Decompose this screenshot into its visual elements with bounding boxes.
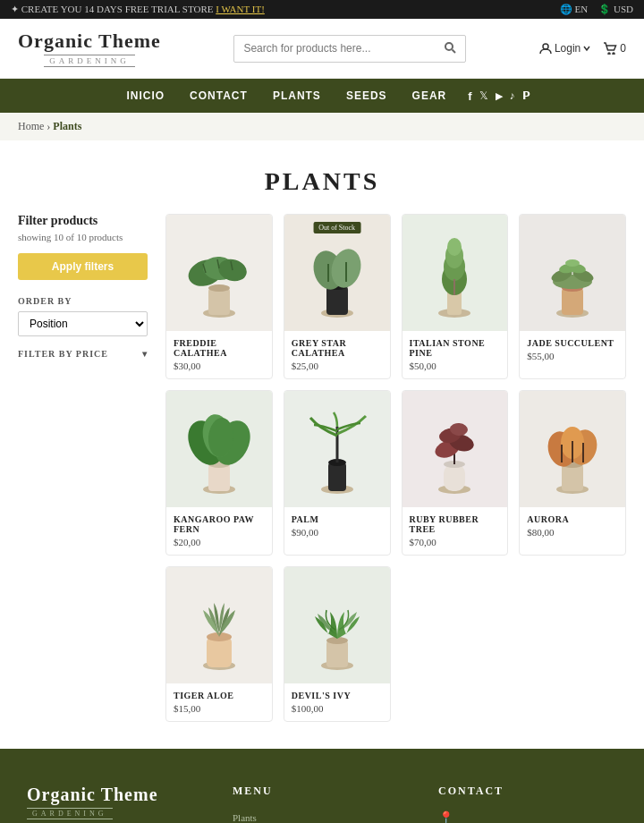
- footer-menu: MENU Plants Gear Seeds All Products: [233, 785, 411, 823]
- content-area: Filter products showing 10 of 10 product…: [0, 205, 644, 749]
- search-button[interactable]: [435, 36, 465, 62]
- youtube-icon[interactable]: ▶: [496, 90, 503, 102]
- product-price-7: $70,00: [410, 537, 501, 547]
- cart-count: 0: [620, 42, 626, 55]
- svg-point-71: [326, 637, 348, 644]
- product-image-3: [402, 215, 508, 331]
- product-image-5: [166, 391, 272, 507]
- product-card-6[interactable]: PALM $90,00: [284, 390, 391, 556]
- top-bar: ✦ CREATE YOU 14 DAYS FREE TRIAL STORE I …: [0, 0, 644, 19]
- product-name-4: JADE SUCCULENT: [527, 338, 618, 348]
- product-image-6: [284, 391, 390, 507]
- svg-rect-46: [328, 462, 346, 491]
- currency-selector[interactable]: 💲 USD: [598, 4, 633, 15]
- svg-rect-70: [326, 641, 348, 667]
- facebook-icon[interactable]: f: [468, 89, 471, 103]
- search-input[interactable]: [234, 37, 435, 60]
- filter-by-price[interactable]: FILTER BY PRICE ▾: [18, 349, 148, 359]
- product-name-5: KANGAROO PAW FERN: [174, 514, 265, 534]
- product-card-1[interactable]: FREDDIE CALATHEA $30,00: [165, 214, 273, 379]
- svg-point-37: [565, 259, 580, 267]
- product-price-4: $55,00: [527, 351, 618, 361]
- breadcrumb-home[interactable]: Home: [18, 120, 44, 132]
- footer-link-plants[interactable]: Plants: [233, 812, 257, 823]
- page-title: PLANTS: [0, 140, 644, 205]
- search-icon: [444, 41, 456, 54]
- cart-button[interactable]: 0: [603, 42, 626, 55]
- product-card-3[interactable]: ITALIAN STONE PINE $50,00: [402, 214, 509, 379]
- nav-gear[interactable]: GEAR: [400, 79, 460, 113]
- product-card-8[interactable]: AURORA $80,00: [519, 390, 626, 556]
- footer-logo-sub: GARDENING: [27, 808, 113, 819]
- product-name-8: AURORA: [527, 514, 618, 524]
- product-card-5[interactable]: KANGAROO PAW FERN $20,00: [165, 390, 273, 556]
- header-icons: Login 0: [539, 42, 626, 55]
- footer: Organic Theme GARDENING Welcome to our d…: [0, 749, 644, 823]
- logo-subtitle: GARDENING: [44, 55, 135, 67]
- product-card-10[interactable]: DEVIL'S IVY $100,00: [284, 566, 391, 722]
- login-button[interactable]: Login: [539, 42, 590, 55]
- filter-title: Filter products: [18, 214, 148, 228]
- product-price-9: $15,00: [174, 703, 265, 714]
- social-nav: f 𝕏 ▶ ♪ 𝗣: [468, 89, 530, 103]
- language-selector[interactable]: 🌐 EN: [560, 4, 588, 15]
- product-price-6: $90,00: [292, 527, 383, 538]
- pinterest-icon[interactable]: 𝗣: [522, 89, 530, 103]
- order-by-label: ORDER BY: [18, 296, 148, 306]
- product-image-8: [520, 391, 625, 507]
- nav-seeds[interactable]: SEEDS: [334, 79, 400, 113]
- sidebar: Filter products showing 10 of 10 product…: [18, 214, 148, 722]
- product-card-2[interactable]: Out of Stock GREY STAR CALATHEA $25,00: [284, 214, 391, 379]
- footer-grid: Organic Theme GARDENING Welcome to our d…: [27, 785, 617, 823]
- location-icon: 📍: [438, 810, 617, 823]
- product-price-8: $80,00: [527, 527, 618, 538]
- header: Organic Theme GARDENING Login 0: [0, 19, 644, 79]
- svg-rect-39: [208, 464, 230, 491]
- product-card-9[interactable]: TIGER ALOE $15,00: [165, 566, 273, 722]
- product-image-4: [520, 215, 625, 331]
- product-image-1: [166, 215, 272, 331]
- product-card-7[interactable]: RUBY RUBBER TREE $70,00: [402, 390, 509, 556]
- cart-icon: [603, 42, 617, 55]
- nav-contact[interactable]: CONTACT: [177, 79, 260, 113]
- nav-links: INICIO CONTACT PLANTS SEEDS GEAR: [114, 79, 459, 113]
- main-nav: INICIO CONTACT PLANTS SEEDS GEAR f 𝕏 ▶ ♪…: [0, 79, 644, 113]
- nav-plants[interactable]: PLANTS: [260, 79, 334, 113]
- promo-text: ✦ CREATE YOU 14 DAYS FREE TRIAL STORE I …: [11, 4, 265, 15]
- apply-filters-button[interactable]: Apply filters: [18, 253, 148, 280]
- svg-point-2: [543, 44, 548, 49]
- product-image-9: [166, 567, 272, 683]
- nav-inicio[interactable]: INICIO: [114, 79, 177, 113]
- product-grid: FREDDIE CALATHEA $30,00 Out of Stock: [165, 214, 626, 722]
- footer-contact-title: CONTACT: [438, 785, 617, 798]
- chevron-down-icon: ▾: [142, 349, 148, 359]
- top-bar-right: 🌐 EN 💲 USD: [560, 4, 633, 15]
- product-name-2: GREY STAR CALATHEA: [292, 338, 383, 358]
- svg-point-3: [608, 53, 610, 55]
- twitter-icon[interactable]: 𝕏: [479, 89, 488, 103]
- breadcrumb: Home › Plants: [0, 113, 644, 140]
- svg-rect-58: [562, 464, 583, 491]
- out-of-stock-badge: Out of Stock: [313, 222, 360, 233]
- product-name-9: TIGER ALOE: [174, 691, 265, 700]
- product-price-3: $50,00: [410, 361, 501, 371]
- tiktok-icon[interactable]: ♪: [510, 89, 515, 103]
- trial-cta[interactable]: I WANT IT!: [216, 4, 265, 14]
- search-bar: [233, 35, 466, 63]
- svg-rect-30: [562, 288, 583, 315]
- order-select[interactable]: Position Name A-Z Name Z-A Price low-hig…: [18, 311, 148, 336]
- product-price-2: $25,00: [292, 361, 383, 371]
- product-price-1: $30,00: [174, 361, 265, 371]
- product-image-7: [402, 391, 508, 507]
- svg-point-7: [208, 284, 230, 292]
- logo[interactable]: Organic Theme GARDENING: [18, 30, 161, 67]
- footer-menu-links: Plants Gear Seeds All Products: [233, 810, 411, 823]
- footer-menu-title: MENU: [233, 785, 411, 798]
- svg-rect-15: [326, 286, 348, 315]
- footer-contact: CONTACT 📍 Organic Theme Santiago Santiag…: [438, 785, 617, 823]
- product-image-10: [284, 567, 390, 683]
- footer-logo-title: Organic Theme: [27, 785, 206, 805]
- filter-count: showing 10 of 10 products: [18, 232, 148, 242]
- product-name-6: PALM: [292, 514, 383, 524]
- product-card-4[interactable]: JADE SUCCULENT $55,00: [519, 214, 626, 379]
